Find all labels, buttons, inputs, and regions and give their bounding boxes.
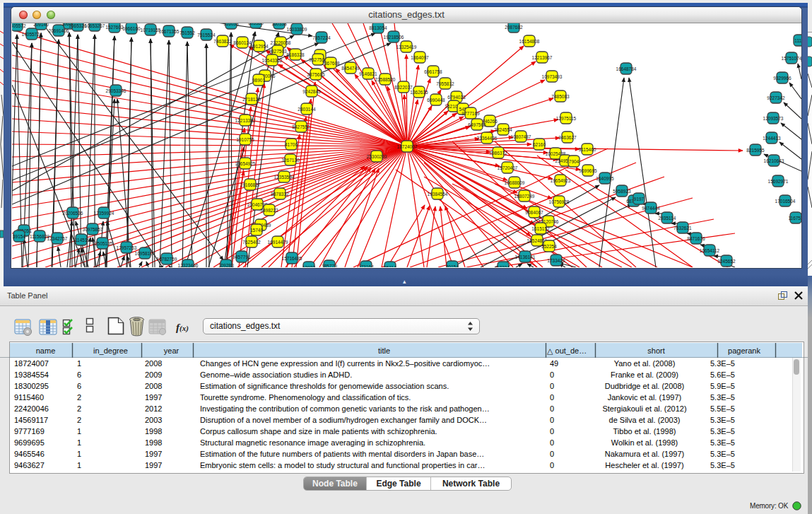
- svg-text:2367608: 2367608: [322, 61, 340, 66]
- svg-text:23364436: 23364436: [477, 136, 498, 141]
- svg-text:6966160: 6966160: [122, 26, 141, 31]
- svg-text:9084067: 9084067: [525, 210, 543, 215]
- svg-text:23588520: 23588520: [375, 77, 396, 82]
- svg-text:6497568: 6497568: [468, 122, 486, 127]
- svg-text:9245652: 9245652: [717, 259, 736, 264]
- svg-text:1405572: 1405572: [12, 23, 26, 28]
- svg-text:8427552: 8427552: [292, 124, 310, 129]
- svg-text:8471676: 8471676: [687, 236, 705, 241]
- svg-text:15751074: 15751074: [782, 56, 801, 61]
- svg-text:6794028: 6794028: [447, 95, 466, 100]
- svg-text:3267130: 3267130: [281, 158, 300, 163]
- svg-text:16210643: 16210643: [764, 158, 784, 163]
- svg-text:15692971: 15692971: [768, 179, 789, 184]
- svg-text:12975115: 12975115: [556, 116, 577, 121]
- svg-text:7632621: 7632621: [673, 226, 692, 230]
- svg-text:14055724: 14055724: [22, 32, 42, 37]
- svg-text:7515524: 7515524: [197, 33, 216, 37]
- svg-text:173164: 173164: [358, 264, 374, 268]
- svg-text:18807249: 18807249: [514, 194, 535, 199]
- svg-text:12323446: 12323446: [178, 263, 199, 268]
- svg-text:8813054: 8813054: [369, 25, 387, 30]
- svg-text:19218506: 19218506: [384, 35, 404, 40]
- svg-text:18724007: 18724007: [397, 144, 418, 149]
- svg-text:9457791: 9457791: [233, 255, 251, 259]
- svg-text:13325419: 13325419: [396, 45, 417, 49]
- svg-text:1910755: 1910755: [236, 137, 254, 142]
- svg-text:9777169: 9777169: [461, 111, 480, 116]
- svg-text:19166827: 19166827: [240, 182, 261, 187]
- svg-text:f(x): f(x): [176, 322, 189, 333]
- svg-text:1527602: 1527602: [105, 25, 124, 30]
- svg-text:209140: 209140: [33, 23, 49, 27]
- svg-text:7986372: 7986372: [489, 151, 507, 156]
- svg-text:41700: 41700: [285, 142, 298, 147]
- svg-text:12213967: 12213967: [532, 55, 553, 60]
- svg-text:185779: 185779: [322, 264, 337, 268]
- svg-text:12505135: 12505135: [93, 241, 113, 246]
- svg-text:7955812: 7955812: [436, 81, 454, 86]
- svg-text:17334: 17334: [497, 265, 510, 268]
- svg-text:9242845: 9242845: [302, 89, 321, 94]
- svg-text:116753: 116753: [788, 216, 801, 221]
- svg-text:8660124: 8660124: [233, 40, 252, 45]
- svg-text:9827503: 9827503: [269, 49, 287, 54]
- svg-text:12213382: 12213382: [235, 118, 256, 123]
- svg-text:9463627: 9463627: [558, 135, 577, 140]
- svg-text:10807487: 10807487: [511, 134, 531, 139]
- svg-text:9146821: 9146821: [359, 71, 377, 76]
- svg-text:916033: 916033: [223, 23, 239, 26]
- svg-text:98901: 98901: [252, 78, 265, 83]
- svg-text:1640995: 1640995: [596, 176, 614, 181]
- svg-text:10543362: 10543362: [262, 58, 283, 63]
- svg-text:9474444: 9474444: [642, 206, 660, 211]
- svg-text:15740: 15740: [250, 228, 263, 233]
- svg-text:1362635: 1362635: [410, 90, 428, 95]
- svg-text:8186328: 8186328: [286, 52, 305, 57]
- svg-text:20154: 20154: [446, 264, 459, 268]
- svg-text:2803144: 2803144: [298, 107, 316, 112]
- svg-text:9115460: 9115460: [579, 147, 596, 152]
- svg-text:6961758: 6961758: [424, 69, 442, 74]
- svg-text:17957253: 17957253: [117, 245, 137, 250]
- svg-text:39154: 39154: [13, 234, 25, 239]
- svg-text:19384554: 19384554: [428, 192, 448, 197]
- svg-text:16671355: 16671355: [159, 29, 180, 34]
- svg-text:96114: 96114: [384, 265, 396, 268]
- svg-text:15720407: 15720407: [498, 165, 518, 170]
- svg-text:17016504: 17016504: [775, 199, 796, 204]
- svg-text:19654923: 19654923: [551, 178, 571, 183]
- svg-text:16154808: 16154808: [519, 39, 540, 44]
- svg-text:3875685: 3875685: [307, 72, 325, 77]
- svg-text:7463822: 7463822: [213, 39, 232, 44]
- svg-text:9329966: 9329966: [773, 76, 792, 81]
- svg-text:23226058: 23226058: [271, 40, 291, 45]
- svg-text:252254: 252254: [541, 244, 557, 249]
- svg-text:6990448: 6990448: [427, 98, 445, 103]
- svg-text:8215955: 8215955: [746, 148, 765, 153]
- svg-text:160338: 160338: [271, 23, 287, 26]
- svg-text:17359924: 17359924: [94, 211, 114, 216]
- svg-text:10654112: 10654112: [700, 248, 720, 253]
- svg-text:12923: 12923: [302, 265, 315, 268]
- svg-text:751552: 751552: [180, 30, 195, 35]
- svg-text:2935114: 2935114: [659, 216, 676, 221]
- svg-text:5958923: 5958923: [613, 189, 631, 194]
- svg-text:20206536: 20206536: [63, 211, 83, 216]
- svg-text:3498222: 3498222: [260, 208, 278, 213]
- svg-text:803380: 803380: [248, 23, 264, 25]
- svg-text:15716485: 15716485: [282, 256, 302, 261]
- svg-text:8322037: 8322037: [394, 85, 413, 90]
- svg-text:10719155: 10719155: [141, 28, 161, 33]
- svg-text:1733426: 1733426: [547, 258, 565, 263]
- svg-text:16782759: 16782759: [157, 257, 177, 262]
- svg-text:10958107: 10958107: [135, 251, 155, 256]
- svg-text:9227342: 9227342: [767, 95, 785, 100]
- svg-text:7904: 7904: [569, 159, 579, 164]
- svg-text:9197: 9197: [634, 197, 645, 201]
- svg-text:10756928: 10756928: [549, 199, 570, 204]
- svg-text:3824554: 3824554: [494, 127, 512, 132]
- svg-text:62160: 62160: [533, 142, 546, 147]
- svg-text:12353594: 12353594: [274, 175, 295, 180]
- svg-text:8912954: 8912954: [250, 44, 269, 49]
